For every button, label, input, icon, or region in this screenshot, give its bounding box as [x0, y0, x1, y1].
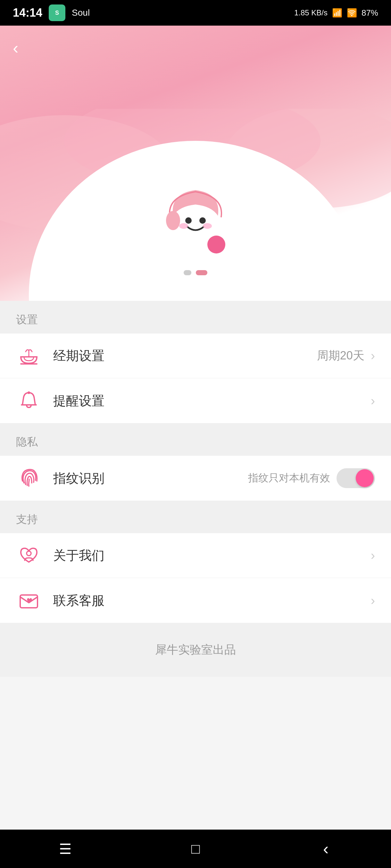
- dot-2: [196, 270, 207, 275]
- status-bar: 14:14 S Soul 1.85 KB/s 📶 🛜 87%: [0, 0, 391, 26]
- about-icon: [16, 543, 42, 568]
- status-right-icons: 1.85 KB/s 📶 🛜 87%: [294, 8, 378, 18]
- mascot-figure: [150, 174, 240, 264]
- fingerprint-item[interactable]: 指纹识别 指纹只对本机有效: [0, 456, 391, 501]
- dot-1: [184, 270, 191, 275]
- period-settings-chevron: ›: [371, 348, 375, 363]
- status-time: 14:14: [13, 6, 42, 20]
- bottom-nav: ☰ □ ‹: [0, 830, 391, 868]
- header-area: ‹: [0, 26, 391, 301]
- reminder-settings-label: 提醒设置: [53, 392, 364, 410]
- back-icon: ‹: [323, 839, 329, 859]
- email-icon: [16, 588, 42, 613]
- fingerprint-icon: [16, 465, 42, 491]
- home-icon: □: [191, 841, 200, 857]
- toggle-description: 指纹只对本机有效: [248, 471, 330, 485]
- reminder-settings-chevron: ›: [371, 394, 375, 408]
- privacy-section-header: 隐私: [0, 423, 391, 456]
- soul-app-icon: S: [49, 4, 65, 21]
- svg-point-8: [179, 223, 188, 229]
- back-nav-button[interactable]: ‹: [313, 839, 339, 859]
- battery: 87%: [362, 8, 378, 18]
- support-section: 关于我们 › 联系客服 ›: [0, 533, 391, 623]
- bowl-icon: [16, 343, 42, 369]
- customer-service-item[interactable]: 联系客服 ›: [0, 578, 391, 623]
- support-section-header: 支持: [0, 501, 391, 533]
- svg-point-7: [199, 217, 206, 224]
- customer-service-chevron: ›: [371, 593, 375, 608]
- period-settings-label: 经期设置: [53, 347, 317, 365]
- customer-service-label: 联系客服: [53, 592, 371, 610]
- soul-label: Soul: [72, 8, 90, 18]
- bell-icon: [16, 388, 42, 413]
- period-settings-value: 周期20天: [317, 348, 364, 364]
- about-us-chevron: ›: [371, 548, 375, 563]
- fingerprint-label: 指纹识别: [53, 469, 248, 487]
- network-speed: 1.85 KB/s: [294, 8, 328, 17]
- home-nav-button[interactable]: □: [183, 839, 208, 859]
- period-settings-item[interactable]: 经期设置 周期20天 ›: [0, 334, 391, 378]
- toggle-container: 指纹只对本机有效: [248, 468, 375, 488]
- indicator-dots: [184, 270, 207, 275]
- settings-section-header: 设置: [0, 301, 391, 334]
- svg-point-15: [28, 392, 30, 394]
- footer-text: 犀牛实验室出品: [0, 623, 391, 677]
- svg-point-10: [207, 236, 225, 253]
- svg-point-9: [203, 223, 212, 229]
- menu-icon: ☰: [59, 841, 72, 857]
- privacy-section: 指纹识别 指纹只对本机有效: [0, 456, 391, 501]
- back-button[interactable]: ‹: [13, 38, 18, 58]
- about-us-label: 关于我们: [53, 547, 371, 564]
- toggle-knob: [356, 469, 374, 487]
- menu-nav-button[interactable]: ☰: [52, 839, 78, 859]
- settings-section: 经期设置 周期20天 › 提醒设置 ›: [0, 334, 391, 423]
- mascot-container: [150, 174, 240, 275]
- svg-point-6: [185, 217, 192, 224]
- reminder-settings-item[interactable]: 提醒设置 ›: [0, 378, 391, 423]
- about-us-item[interactable]: 关于我们 ›: [0, 533, 391, 578]
- svg-point-11: [166, 211, 180, 230]
- wifi-icon: 🛜: [347, 8, 357, 18]
- main-content: 设置 经期设置 周期20天 ›: [0, 301, 391, 677]
- signal-icon: 📶: [332, 8, 342, 18]
- fingerprint-toggle[interactable]: [337, 468, 375, 488]
